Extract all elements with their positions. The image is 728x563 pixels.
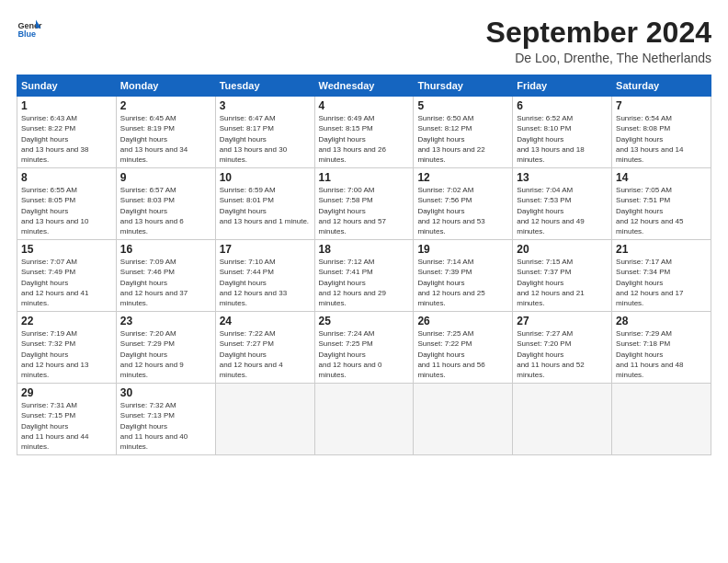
day-info: Sunrise: 7:15 AMSunset: 7:37 PMDaylight … <box>517 257 608 308</box>
weekday-header-saturday: Saturday <box>612 75 711 97</box>
day-number: 15 <box>21 243 112 256</box>
day-info: Sunrise: 7:14 AMSunset: 7:39 PMDaylight … <box>417 257 508 308</box>
day-number: 2 <box>120 99 211 112</box>
title-area: September 2024 De Loo, Drenthe, The Neth… <box>486 17 711 65</box>
calendar-cell: 18Sunrise: 7:12 AMSunset: 7:41 PMDayligh… <box>314 240 414 312</box>
day-info: Sunrise: 7:20 AMSunset: 7:29 PMDaylight … <box>120 328 211 380</box>
day-info: Sunrise: 6:52 AMSunset: 8:10 PMDaylight … <box>517 113 608 165</box>
calendar-cell: 1Sunrise: 6:43 AMSunset: 8:22 PMDaylight… <box>17 97 117 168</box>
calendar-cell: 23Sunrise: 7:20 AMSunset: 7:29 PMDayligh… <box>116 312 215 384</box>
day-info: Sunrise: 6:45 AMSunset: 8:19 PMDaylight … <box>120 113 211 165</box>
calendar-cell: 15Sunrise: 7:07 AMSunset: 7:49 PMDayligh… <box>17 240 117 312</box>
calendar-cell: 9Sunrise: 6:57 AMSunset: 8:03 PMDaylight… <box>116 168 215 240</box>
day-number: 3 <box>220 99 311 112</box>
day-info: Sunrise: 7:19 AMSunset: 7:32 PMDaylight … <box>21 328 112 380</box>
logo: General Blue <box>17 17 42 42</box>
calendar-week-5: 29Sunrise: 7:31 AMSunset: 7:15 PMDayligh… <box>17 384 711 455</box>
day-number: 23 <box>120 315 211 327</box>
day-info: Sunrise: 7:00 AMSunset: 7:58 PMDaylight … <box>319 185 410 236</box>
calendar-cell: 26Sunrise: 7:25 AMSunset: 7:22 PMDayligh… <box>414 312 513 384</box>
weekday-header-tuesday: Tuesday <box>215 75 314 97</box>
day-info: Sunrise: 7:12 AMSunset: 7:41 PMDaylight … <box>319 257 410 308</box>
calendar-cell: 10Sunrise: 6:59 AMSunset: 8:01 PMDayligh… <box>215 168 314 240</box>
calendar-cell: 7Sunrise: 6:54 AMSunset: 8:08 PMDaylight… <box>612 97 711 168</box>
header-row: SundayMondayTuesdayWednesdayThursdayFrid… <box>17 75 711 97</box>
calendar-cell: 28Sunrise: 7:29 AMSunset: 7:18 PMDayligh… <box>612 312 711 384</box>
day-number: 11 <box>319 171 410 184</box>
calendar-table: SundayMondayTuesdayWednesdayThursdayFrid… <box>17 75 711 455</box>
calendar-cell: 29Sunrise: 7:31 AMSunset: 7:15 PMDayligh… <box>17 384 117 455</box>
day-number: 5 <box>417 99 508 112</box>
day-number: 17 <box>220 243 311 256</box>
day-info: Sunrise: 7:25 AMSunset: 7:22 PMDaylight … <box>417 328 508 380</box>
day-number: 28 <box>616 315 707 327</box>
day-info: Sunrise: 6:54 AMSunset: 8:08 PMDaylight … <box>616 113 707 165</box>
day-info: Sunrise: 7:07 AMSunset: 7:49 PMDaylight … <box>21 257 112 308</box>
calendar-cell: 20Sunrise: 7:15 AMSunset: 7:37 PMDayligh… <box>513 240 612 312</box>
day-number: 16 <box>120 243 211 256</box>
day-number: 22 <box>21 315 112 327</box>
calendar-cell: 22Sunrise: 7:19 AMSunset: 7:32 PMDayligh… <box>17 312 117 384</box>
day-number: 27 <box>517 315 608 327</box>
calendar-cell: 19Sunrise: 7:14 AMSunset: 7:39 PMDayligh… <box>414 240 513 312</box>
page: General Blue September 2024 De Loo, Dren… <box>0 0 728 465</box>
day-info: Sunrise: 6:43 AMSunset: 8:22 PMDaylight … <box>21 113 112 165</box>
day-number: 8 <box>21 171 112 184</box>
day-number: 14 <box>616 171 707 184</box>
day-number: 12 <box>417 171 508 184</box>
calendar-cell: 5Sunrise: 6:50 AMSunset: 8:12 PMDaylight… <box>414 97 513 168</box>
calendar-week-4: 22Sunrise: 7:19 AMSunset: 7:32 PMDayligh… <box>17 312 711 384</box>
day-info: Sunrise: 7:05 AMSunset: 7:51 PMDaylight … <box>616 185 707 236</box>
logo-icon: General Blue <box>17 17 42 42</box>
weekday-header-friday: Friday <box>513 75 612 97</box>
svg-text:Blue: Blue <box>17 29 36 39</box>
day-info: Sunrise: 6:47 AMSunset: 8:17 PMDaylight … <box>220 113 311 165</box>
day-number: 21 <box>616 243 707 256</box>
day-number: 1 <box>21 99 112 112</box>
day-number: 24 <box>220 315 311 327</box>
calendar-cell: 3Sunrise: 6:47 AMSunset: 8:17 PMDaylight… <box>215 97 314 168</box>
weekday-header-sunday: Sunday <box>17 75 117 97</box>
calendar-cell: 24Sunrise: 7:22 AMSunset: 7:27 PMDayligh… <box>215 312 314 384</box>
calendar-cell: 4Sunrise: 6:49 AMSunset: 8:15 PMDaylight… <box>314 97 414 168</box>
header: General Blue September 2024 De Loo, Dren… <box>17 17 711 65</box>
day-info: Sunrise: 6:49 AMSunset: 8:15 PMDaylight … <box>319 113 410 165</box>
calendar-cell: 11Sunrise: 7:00 AMSunset: 7:58 PMDayligh… <box>314 168 414 240</box>
day-number: 19 <box>417 243 508 256</box>
calendar-cell: 17Sunrise: 7:10 AMSunset: 7:44 PMDayligh… <box>215 240 314 312</box>
day-info: Sunrise: 6:55 AMSunset: 8:05 PMDaylight … <box>21 185 112 236</box>
day-info: Sunrise: 7:09 AMSunset: 7:46 PMDaylight … <box>120 257 211 308</box>
day-info: Sunrise: 6:59 AMSunset: 8:01 PMDaylight … <box>220 185 311 226</box>
calendar-cell: 16Sunrise: 7:09 AMSunset: 7:46 PMDayligh… <box>116 240 215 312</box>
day-number: 26 <box>417 315 508 327</box>
day-info: Sunrise: 7:24 AMSunset: 7:25 PMDaylight … <box>319 328 410 380</box>
day-number: 4 <box>319 99 410 112</box>
day-number: 20 <box>517 243 608 256</box>
calendar-cell <box>215 384 314 455</box>
calendar-cell <box>513 384 612 455</box>
day-info: Sunrise: 7:17 AMSunset: 7:34 PMDaylight … <box>616 257 707 308</box>
calendar-week-1: 1Sunrise: 6:43 AMSunset: 8:22 PMDaylight… <box>17 97 711 168</box>
day-info: Sunrise: 7:29 AMSunset: 7:18 PMDaylight … <box>616 328 707 380</box>
day-info: Sunrise: 6:50 AMSunset: 8:12 PMDaylight … <box>417 113 508 165</box>
weekday-header-monday: Monday <box>116 75 215 97</box>
day-number: 10 <box>220 171 311 184</box>
calendar-cell: 6Sunrise: 6:52 AMSunset: 8:10 PMDaylight… <box>513 97 612 168</box>
month-title: September 2024 <box>486 17 711 49</box>
calendar-cell: 8Sunrise: 6:55 AMSunset: 8:05 PMDaylight… <box>17 168 117 240</box>
weekday-header-wednesday: Wednesday <box>314 75 414 97</box>
calendar-cell: 2Sunrise: 6:45 AMSunset: 8:19 PMDaylight… <box>116 97 215 168</box>
calendar-cell <box>414 384 513 455</box>
day-number: 30 <box>120 386 211 399</box>
calendar-cell <box>314 384 414 455</box>
day-info: Sunrise: 7:31 AMSunset: 7:15 PMDaylight … <box>21 400 112 452</box>
calendar-cell: 27Sunrise: 7:27 AMSunset: 7:20 PMDayligh… <box>513 312 612 384</box>
day-number: 29 <box>21 386 112 399</box>
calendar-cell: 13Sunrise: 7:04 AMSunset: 7:53 PMDayligh… <box>513 168 612 240</box>
location-title: De Loo, Drenthe, The Netherlands <box>486 51 711 65</box>
day-info: Sunrise: 6:57 AMSunset: 8:03 PMDaylight … <box>120 185 211 236</box>
day-info: Sunrise: 7:10 AMSunset: 7:44 PMDaylight … <box>220 257 311 308</box>
day-number: 6 <box>517 99 608 112</box>
day-number: 7 <box>616 99 707 112</box>
day-info: Sunrise: 7:22 AMSunset: 7:27 PMDaylight … <box>220 328 311 380</box>
